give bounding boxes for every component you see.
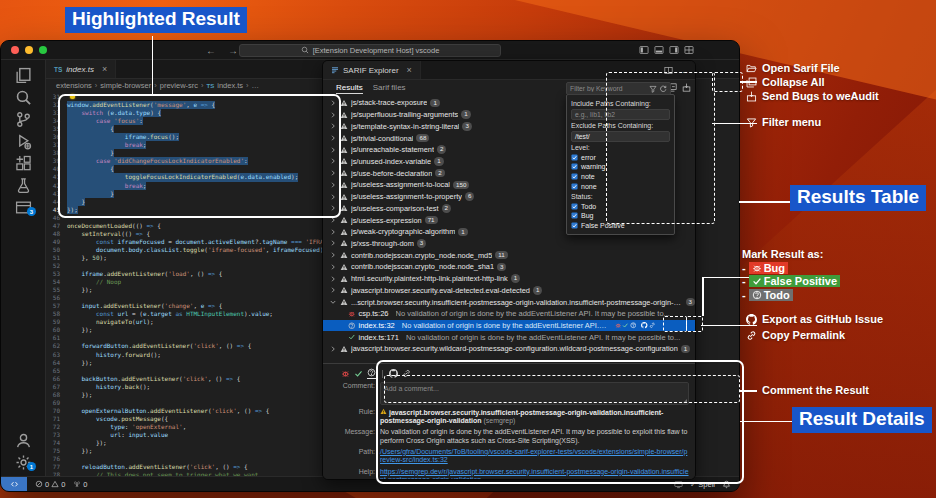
code-line[interactable]: 68 }); xyxy=(46,391,338,399)
toggle-secondary-sidebar-icon[interactable] xyxy=(669,45,679,55)
activity-account[interactable] xyxy=(1,429,45,451)
mark-false-positive-icon[interactable] xyxy=(622,322,629,329)
close-window-button[interactable] xyxy=(11,46,19,54)
code-line[interactable]: 60 }); xyxy=(46,326,338,334)
checked-checkbox-icon[interactable] xyxy=(571,173,578,180)
close-tab-icon[interactable]: × xyxy=(407,65,412,75)
toggle-panel-icon[interactable] xyxy=(654,45,664,55)
mark-bug-icon[interactable] xyxy=(615,322,622,329)
chevron-right-icon[interactable] xyxy=(329,239,337,247)
ports-status[interactable]: 0 xyxy=(73,480,87,489)
code-line[interactable]: 77 reloadButton.addEventListener('click'… xyxy=(46,463,338,471)
result-group-row[interactable]: html.security.plaintext-http-link.plaint… xyxy=(323,273,695,285)
activity-source-control[interactable] xyxy=(1,108,45,130)
result-group-row[interactable]: ...script.browser.security.insufficient-… xyxy=(323,296,695,308)
activity-dev-window[interactable]: 3 xyxy=(1,196,45,218)
nav-forward-icon[interactable]: → xyxy=(228,45,238,56)
remote-indicator[interactable] xyxy=(1,477,27,491)
code-line[interactable]: 52 xyxy=(46,262,338,270)
code-line[interactable]: 54 // Noop xyxy=(46,278,338,286)
code-line[interactable]: 73 url: input.value xyxy=(46,431,338,439)
toggle-sidebar-icon[interactable] xyxy=(639,45,649,55)
breadcrumb-item[interactable]: preview-src xyxy=(160,81,198,90)
mark-todo-icon[interactable] xyxy=(367,368,376,379)
titlebar[interactable]: ←→ [Extension Development Host] vscode xyxy=(1,41,739,60)
code-line[interactable]: 76 xyxy=(46,455,338,463)
nav-back-icon[interactable]: ← xyxy=(206,45,216,56)
chevron-right-icon[interactable] xyxy=(329,345,337,353)
checked-checkbox-icon[interactable] xyxy=(571,203,578,210)
activity-audit-tool[interactable] xyxy=(1,174,45,196)
result-row[interactable]: csp.ts:26No validation of origin is done… xyxy=(323,308,695,320)
code-line[interactable]: 48 setInterval(() => { xyxy=(46,230,338,238)
chevron-right-icon[interactable] xyxy=(329,263,337,271)
activity-extensions[interactable] xyxy=(1,152,45,174)
code-line[interactable]: 71 vscode.postMessage({ xyxy=(46,415,338,423)
result-group-row[interactable]: js/xss-through-dom3 xyxy=(323,238,695,250)
activity-settings[interactable]: 1 xyxy=(1,451,45,473)
code-line[interactable]: 66 backButton.addEventListener('click', … xyxy=(46,375,338,383)
result-group-row[interactable]: javascript.browser.security.eval-detecte… xyxy=(323,285,695,297)
tab-index-ts[interactable]: TS index.ts × xyxy=(46,60,116,78)
result-row[interactable]: index.ts:171No validation of origin is d… xyxy=(323,331,695,343)
result-group-row[interactable]: contrib.nodejsscan.crypto_node.node_md51… xyxy=(323,249,695,261)
minimize-window-button[interactable] xyxy=(25,46,33,54)
chevron-right-icon[interactable] xyxy=(329,275,337,283)
tab-results[interactable]: Results xyxy=(336,83,363,94)
code-line[interactable]: 47onceDocumentLoaded(() => { xyxy=(46,222,338,230)
code-line[interactable]: 59 navigateTo(url); xyxy=(46,318,338,326)
tab-sarif-explorer[interactable]: SARIF Explorer × xyxy=(323,61,421,79)
code-line[interactable]: 65 xyxy=(46,367,338,375)
code-line[interactable]: 49 const iframeFocused = document.active… xyxy=(46,238,338,246)
activity-run-and-debug[interactable] xyxy=(1,130,45,152)
command-center[interactable]: [Extension Development Host] vscode xyxy=(239,44,501,57)
problems-status[interactable]: 0 0 xyxy=(35,480,65,489)
breadcrumb-item[interactable]: extensions xyxy=(56,81,92,90)
code-line[interactable]: 51 }, 50); xyxy=(46,254,338,262)
copy-permalink-icon[interactable] xyxy=(649,322,656,329)
code-line[interactable]: 56 xyxy=(46,294,338,302)
customize-layout-icon[interactable] xyxy=(684,45,694,55)
checked-checkbox-icon[interactable] xyxy=(571,212,578,219)
code-line[interactable]: 78 // This does not seem to trigger what… xyxy=(46,471,338,476)
zoom-window-button[interactable] xyxy=(39,46,47,54)
chevron-down-icon[interactable] xyxy=(329,298,337,306)
code-line[interactable]: 61 xyxy=(46,334,338,342)
mark-bug-icon[interactable] xyxy=(341,369,350,378)
chevron-right-icon[interactable] xyxy=(329,251,337,259)
chevron-right-icon[interactable] xyxy=(329,228,337,236)
mark-todo-icon[interactable] xyxy=(630,322,637,329)
code-line[interactable]: 55 }); xyxy=(46,286,338,294)
checked-checkbox-icon[interactable] xyxy=(571,183,578,190)
close-tab-icon[interactable]: × xyxy=(102,64,107,74)
result-group-row[interactable]: javascript.browser.security.wildcard-pos… xyxy=(323,343,695,355)
breadcrumb-item[interactable]: simple-browser xyxy=(100,81,151,90)
code-line[interactable]: 74 }); xyxy=(46,439,338,447)
code-line[interactable]: 69 xyxy=(46,399,338,407)
checked-checkbox-icon[interactable] xyxy=(571,222,578,229)
activity-search[interactable] xyxy=(1,86,45,108)
checked-checkbox-icon[interactable] xyxy=(571,154,578,161)
code-line[interactable]: 67 history.back(); xyxy=(46,383,338,391)
code-line[interactable]: 53 iframe.addEventListener('load', () =>… xyxy=(46,270,338,278)
code-line[interactable]: 75 }); xyxy=(46,447,338,455)
chevron-right-icon: › xyxy=(201,81,204,90)
tab-sarif-files[interactable]: Sarif files xyxy=(373,83,406,94)
code-line[interactable]: 57 input.addEventListener('change', e =>… xyxy=(46,302,338,310)
code-line[interactable]: 72 type: 'openExternal', xyxy=(46,423,338,431)
result-row[interactable]: index.ts:32No validation of origin is do… xyxy=(323,320,695,332)
code-line[interactable]: 62 forwardButton.addEventListener('click… xyxy=(46,342,338,350)
code-line[interactable]: 58 const url = (e.target as HTMLInputEle… xyxy=(46,310,338,318)
mark-false-positive-icon[interactable] xyxy=(354,369,363,378)
breadcrumb-item[interactable]: index.ts xyxy=(217,81,243,90)
code-line[interactable]: 63 history.forward(); xyxy=(46,351,338,359)
chevron-right-icon[interactable] xyxy=(329,286,337,294)
breadcrumb-item[interactable]: … xyxy=(252,81,260,90)
export-github-issue-icon[interactable] xyxy=(641,322,648,329)
code-line[interactable]: 50 document.body.classList.toggle('ifram… xyxy=(46,246,338,254)
checked-checkbox-icon[interactable] xyxy=(571,163,578,170)
result-group-row[interactable]: contrib.nodejsscan.crypto_node.node_sha1… xyxy=(323,261,695,273)
code-line[interactable]: 70 openExternalButton.addEventListener('… xyxy=(46,407,338,415)
activity-explorer[interactable] xyxy=(1,64,45,86)
code-line[interactable]: 64 }); xyxy=(46,359,338,367)
